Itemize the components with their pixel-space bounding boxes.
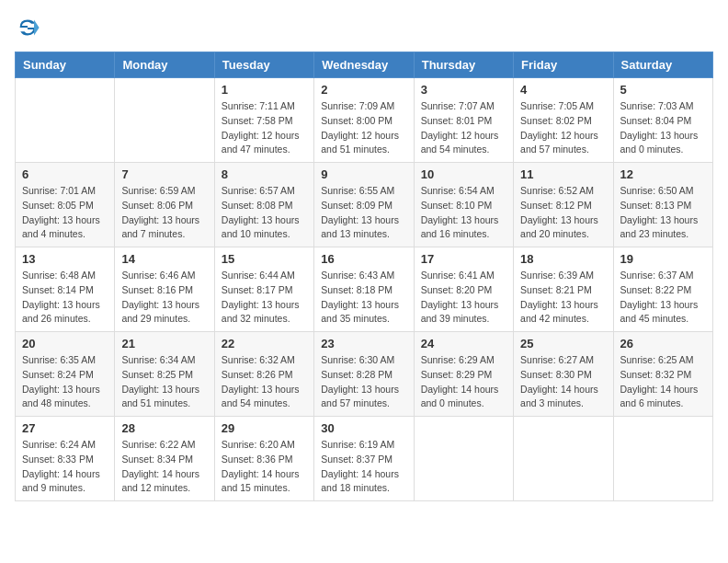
day-info: Sunrise: 6:57 AM Sunset: 8:08 PM Dayligh… bbox=[222, 184, 307, 242]
day-cell-6: 6Sunrise: 7:01 AM Sunset: 8:05 PM Daylig… bbox=[16, 163, 115, 247]
day-number: 19 bbox=[620, 252, 706, 266]
empty-cell bbox=[115, 78, 214, 163]
weekday-header-wednesday: Wednesday bbox=[314, 52, 414, 78]
day-info: Sunrise: 7:11 AM Sunset: 7:58 PM Dayligh… bbox=[222, 99, 307, 157]
week-row-3: 13Sunrise: 6:48 AM Sunset: 8:14 PM Dayli… bbox=[16, 247, 713, 332]
day-number: 23 bbox=[321, 337, 406, 350]
day-number: 6 bbox=[22, 167, 108, 181]
day-cell-18: 18Sunrise: 6:39 AM Sunset: 8:21 PM Dayli… bbox=[514, 247, 613, 332]
week-row-1: 1Sunrise: 7:11 AM Sunset: 7:58 PM Daylig… bbox=[16, 78, 713, 163]
day-number: 27 bbox=[22, 421, 108, 435]
day-info: Sunrise: 6:20 AM Sunset: 8:36 PM Dayligh… bbox=[222, 438, 307, 496]
day-info: Sunrise: 7:07 AM Sunset: 8:01 PM Dayligh… bbox=[421, 99, 506, 157]
day-number: 30 bbox=[321, 421, 406, 435]
day-info: Sunrise: 6:55 AM Sunset: 8:09 PM Dayligh… bbox=[321, 184, 406, 242]
day-number: 5 bbox=[620, 83, 706, 97]
weekday-header-thursday: Thursday bbox=[414, 52, 513, 78]
empty-cell bbox=[16, 78, 115, 163]
weekday-header-sunday: Sunday bbox=[16, 52, 115, 78]
day-cell-25: 25Sunrise: 6:27 AM Sunset: 8:30 PM Dayli… bbox=[514, 332, 613, 417]
day-number: 7 bbox=[121, 167, 207, 181]
day-info: Sunrise: 6:35 AM Sunset: 8:24 PM Dayligh… bbox=[22, 353, 108, 411]
day-info: Sunrise: 7:09 AM Sunset: 8:00 PM Dayligh… bbox=[321, 99, 406, 157]
day-number: 17 bbox=[421, 252, 506, 266]
day-cell-7: 7Sunrise: 6:59 AM Sunset: 8:06 PM Daylig… bbox=[115, 163, 214, 247]
day-info: Sunrise: 6:59 AM Sunset: 8:06 PM Dayligh… bbox=[121, 184, 207, 242]
day-cell-3: 3Sunrise: 7:07 AM Sunset: 8:01 PM Daylig… bbox=[414, 78, 513, 163]
page-header bbox=[15, 15, 713, 40]
day-cell-30: 30Sunrise: 6:19 AM Sunset: 8:37 PM Dayli… bbox=[314, 417, 414, 501]
weekday-header-monday: Monday bbox=[115, 52, 214, 78]
day-number: 9 bbox=[321, 167, 406, 181]
day-cell-19: 19Sunrise: 6:37 AM Sunset: 8:22 PM Dayli… bbox=[613, 247, 712, 332]
day-cell-8: 8Sunrise: 6:57 AM Sunset: 8:08 PM Daylig… bbox=[214, 163, 313, 247]
day-number: 26 bbox=[620, 337, 706, 350]
day-cell-4: 4Sunrise: 7:05 AM Sunset: 8:02 PM Daylig… bbox=[514, 78, 613, 163]
week-row-5: 27Sunrise: 6:24 AM Sunset: 8:33 PM Dayli… bbox=[16, 417, 713, 501]
day-cell-27: 27Sunrise: 6:24 AM Sunset: 8:33 PM Dayli… bbox=[16, 417, 115, 501]
day-info: Sunrise: 6:30 AM Sunset: 8:28 PM Dayligh… bbox=[321, 353, 406, 411]
day-number: 10 bbox=[421, 167, 506, 181]
logo bbox=[15, 15, 44, 40]
svg-marker-0 bbox=[34, 20, 40, 36]
empty-cell bbox=[414, 417, 513, 501]
day-number: 20 bbox=[22, 337, 108, 350]
day-info: Sunrise: 6:48 AM Sunset: 8:14 PM Dayligh… bbox=[22, 269, 108, 327]
weekday-header-tuesday: Tuesday bbox=[214, 52, 313, 78]
day-number: 21 bbox=[121, 337, 207, 350]
day-cell-26: 26Sunrise: 6:25 AM Sunset: 8:32 PM Dayli… bbox=[613, 332, 712, 417]
day-info: Sunrise: 6:39 AM Sunset: 8:21 PM Dayligh… bbox=[520, 269, 606, 327]
day-info: Sunrise: 7:03 AM Sunset: 8:04 PM Dayligh… bbox=[620, 99, 706, 157]
day-number: 8 bbox=[222, 167, 307, 181]
day-number: 15 bbox=[222, 252, 307, 266]
day-number: 29 bbox=[222, 421, 307, 435]
week-row-4: 20Sunrise: 6:35 AM Sunset: 8:24 PM Dayli… bbox=[16, 332, 713, 417]
day-cell-11: 11Sunrise: 6:52 AM Sunset: 8:12 PM Dayli… bbox=[514, 163, 613, 247]
day-info: Sunrise: 6:25 AM Sunset: 8:32 PM Dayligh… bbox=[620, 353, 706, 411]
day-info: Sunrise: 6:41 AM Sunset: 8:20 PM Dayligh… bbox=[421, 269, 506, 327]
weekday-header-row: SundayMondayTuesdayWednesdayThursdayFrid… bbox=[16, 52, 713, 78]
day-cell-24: 24Sunrise: 6:29 AM Sunset: 8:29 PM Dayli… bbox=[414, 332, 513, 417]
day-number: 2 bbox=[321, 83, 406, 97]
day-info: Sunrise: 6:24 AM Sunset: 8:33 PM Dayligh… bbox=[22, 438, 108, 496]
empty-cell bbox=[613, 417, 712, 501]
day-number: 22 bbox=[222, 337, 307, 350]
day-cell-9: 9Sunrise: 6:55 AM Sunset: 8:09 PM Daylig… bbox=[314, 163, 414, 247]
day-info: Sunrise: 6:54 AM Sunset: 8:10 PM Dayligh… bbox=[421, 184, 506, 242]
day-cell-17: 17Sunrise: 6:41 AM Sunset: 8:20 PM Dayli… bbox=[414, 247, 513, 332]
day-number: 12 bbox=[620, 167, 706, 181]
day-info: Sunrise: 6:46 AM Sunset: 8:16 PM Dayligh… bbox=[121, 269, 207, 327]
day-number: 24 bbox=[421, 337, 506, 350]
day-cell-22: 22Sunrise: 6:32 AM Sunset: 8:26 PM Dayli… bbox=[214, 332, 313, 417]
day-cell-12: 12Sunrise: 6:50 AM Sunset: 8:13 PM Dayli… bbox=[613, 163, 712, 247]
day-cell-2: 2Sunrise: 7:09 AM Sunset: 8:00 PM Daylig… bbox=[314, 78, 414, 163]
day-cell-15: 15Sunrise: 6:44 AM Sunset: 8:17 PM Dayli… bbox=[214, 247, 313, 332]
day-number: 4 bbox=[520, 83, 606, 97]
day-info: Sunrise: 6:37 AM Sunset: 8:22 PM Dayligh… bbox=[620, 269, 706, 327]
day-info: Sunrise: 6:29 AM Sunset: 8:29 PM Dayligh… bbox=[421, 353, 506, 411]
day-info: Sunrise: 6:32 AM Sunset: 8:26 PM Dayligh… bbox=[222, 353, 307, 411]
day-cell-13: 13Sunrise: 6:48 AM Sunset: 8:14 PM Dayli… bbox=[16, 247, 115, 332]
day-info: Sunrise: 6:52 AM Sunset: 8:12 PM Dayligh… bbox=[520, 184, 606, 242]
day-info: Sunrise: 6:34 AM Sunset: 8:25 PM Dayligh… bbox=[121, 353, 207, 411]
day-info: Sunrise: 6:50 AM Sunset: 8:13 PM Dayligh… bbox=[620, 184, 706, 242]
calendar-table: SundayMondayTuesdayWednesdayThursdayFrid… bbox=[15, 52, 713, 501]
day-number: 18 bbox=[520, 252, 606, 266]
day-cell-21: 21Sunrise: 6:34 AM Sunset: 8:25 PM Dayli… bbox=[115, 332, 214, 417]
weekday-header-saturday: Saturday bbox=[613, 52, 712, 78]
day-cell-20: 20Sunrise: 6:35 AM Sunset: 8:24 PM Dayli… bbox=[16, 332, 115, 417]
day-cell-28: 28Sunrise: 6:22 AM Sunset: 8:34 PM Dayli… bbox=[115, 417, 214, 501]
day-number: 1 bbox=[222, 83, 307, 97]
day-info: Sunrise: 7:01 AM Sunset: 8:05 PM Dayligh… bbox=[22, 184, 108, 242]
day-info: Sunrise: 7:05 AM Sunset: 8:02 PM Dayligh… bbox=[520, 99, 606, 157]
day-number: 13 bbox=[22, 252, 108, 266]
day-info: Sunrise: 6:43 AM Sunset: 8:18 PM Dayligh… bbox=[321, 269, 406, 327]
day-cell-29: 29Sunrise: 6:20 AM Sunset: 8:36 PM Dayli… bbox=[214, 417, 313, 501]
day-cell-10: 10Sunrise: 6:54 AM Sunset: 8:10 PM Dayli… bbox=[414, 163, 513, 247]
day-number: 3 bbox=[421, 83, 506, 97]
day-info: Sunrise: 6:44 AM Sunset: 8:17 PM Dayligh… bbox=[222, 269, 307, 327]
empty-cell bbox=[514, 417, 613, 501]
day-cell-14: 14Sunrise: 6:46 AM Sunset: 8:16 PM Dayli… bbox=[115, 247, 214, 332]
day-number: 28 bbox=[121, 421, 207, 435]
day-number: 25 bbox=[520, 337, 606, 350]
